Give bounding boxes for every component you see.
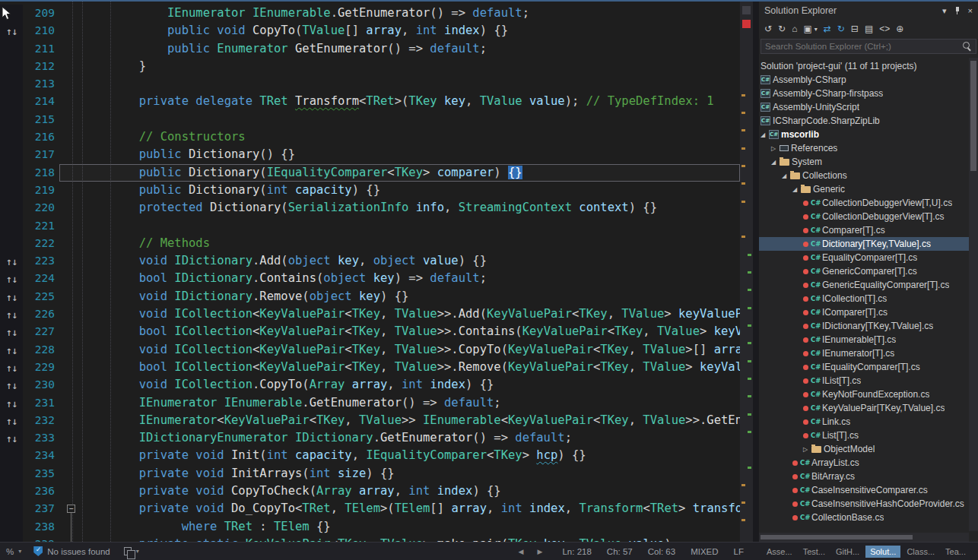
line-number[interactable]: 233 (23, 429, 61, 447)
code-line-211[interactable]: 211 public Enumerator GetEnumerator() =>… (0, 40, 740, 58)
breakpoint-margin[interactable] (0, 482, 23, 500)
line-number[interactable]: 231 (23, 394, 61, 412)
solution-explorer-titlebar[interactable]: Solution Explorer ▾× (759, 2, 978, 20)
vertical-scrollbar-thumb[interactable] (970, 61, 976, 171)
code-line-238[interactable]: 238 where TRet : TElem {} (0, 518, 740, 536)
tree-item-keyvaluepair-tkey-tvalue-cs[interactable]: C#KeyValuePair[TKey,TValue].cs (759, 401, 978, 415)
toolbar-show-all-files-button[interactable]: ▤ (865, 24, 873, 33)
toolbar-sync-with-active-document-button[interactable]: ⇄ (824, 24, 831, 33)
line-number[interactable]: 209 (23, 5, 61, 22)
code-line-236[interactable]: 236 private void CopyToCheck(Array array… (0, 482, 740, 500)
tree-item-references[interactable]: ▷References (759, 141, 978, 155)
line-number[interactable]: 223 (23, 252, 61, 270)
breakpoint-margin[interactable] (0, 111, 23, 128)
breakpoint-margin[interactable] (0, 75, 23, 93)
tree-item-assembly-csharp[interactable]: C#Assembly-CSharp (759, 73, 978, 87)
tree-item-icomparer-t-cs[interactable]: C#IComparer[T].cs (759, 305, 978, 319)
code-line-228[interactable]: ↑↓228 void ICollection<KeyValuePair<TKey… (0, 341, 740, 359)
breakpoint-margin[interactable]: ↑↓ (0, 323, 23, 340)
expander-icon[interactable]: ◢ (792, 186, 801, 193)
code-line-226[interactable]: ↑↓226 void ICollection<KeyValuePair<TKey… (0, 305, 740, 323)
code-line-231[interactable]: ↑↓231 IEnumerator IEnumerable.GetEnumera… (0, 394, 740, 412)
code-line-233[interactable]: ↑↓233 IDictionaryEnumerator IDictionary.… (0, 429, 740, 447)
line-number[interactable]: 232 (23, 412, 61, 429)
code-line-225[interactable]: ↑↓225 void IDictionary.Remove(object key… (0, 288, 740, 305)
tree-item-dictionary-tkey-tvalue-cs[interactable]: C#Dictionary[TKey,TValue].cs (759, 237, 978, 251)
code-line-223[interactable]: ↑↓223 void IDictionary.Add(object key, o… (0, 252, 740, 270)
breakpoint-margin[interactable] (0, 536, 23, 542)
tree-item-caseinsensitivecomparer-cs[interactable]: C#CaseInsensitiveComparer.cs (759, 483, 978, 497)
code-line-221[interactable]: 221 (0, 217, 740, 235)
collapse-region-icon[interactable]: − (67, 505, 75, 513)
line-number[interactable]: 216 (23, 128, 61, 146)
tree-item-idictionary-tkey-tvalue-cs[interactable]: C#IDictionary[TKey,TValue].cs (759, 319, 978, 333)
pin-icon[interactable] (954, 6, 961, 15)
line-number[interactable]: 228 (23, 341, 61, 359)
zoom-control[interactable]: % (6, 547, 14, 556)
document-compare-icon[interactable] (124, 547, 132, 555)
code-line-217[interactable]: 217 public Dictionary() {} (0, 146, 740, 163)
line-number[interactable]: 237 (23, 500, 61, 517)
code-line-234[interactable]: 234 private void Init(int capacity, IEqu… (0, 447, 740, 464)
code-line-224[interactable]: ↑↓224 bool IDictionary.Contains(object k… (0, 270, 740, 287)
issues-shield-icon[interactable] (33, 546, 43, 556)
scroll-left-icon[interactable]: ◀ (519, 548, 524, 555)
line-number[interactable]: 222 (23, 235, 61, 252)
line-number[interactable]: 229 (23, 359, 61, 376)
line-number[interactable]: 218 (23, 164, 61, 182)
toolbar-home-button[interactable]: ⌂ (792, 24, 797, 33)
tree-item-list-t-cs[interactable]: C#List[T].cs (759, 429, 978, 442)
tree-item-equalitycomparer-t-cs[interactable]: C#EqualityComparer[T].cs (759, 251, 978, 264)
code-line-219[interactable]: 219 public Dictionary(int capacity) {} (0, 182, 740, 199)
panel-divider[interactable] (753, 2, 759, 542)
breakpoint-margin[interactable] (0, 217, 23, 235)
expander-icon[interactable]: ▷ (771, 145, 780, 152)
breakpoint-margin[interactable] (0, 199, 23, 217)
breakpoint-margin[interactable]: ↑↓ (0, 22, 23, 40)
scroll-right-icon[interactable]: ▶ (538, 548, 543, 555)
breakpoint-margin[interactable] (0, 500, 23, 517)
breakpoint-margin[interactable] (0, 465, 23, 482)
tree-item-genericequalitycomparer-t-cs[interactable]: C#GenericEqualityComparer[T].cs (759, 278, 978, 292)
line-number[interactable]: 227 (23, 323, 61, 340)
editor-vertical-scrollbar[interactable] (740, 2, 753, 542)
tool-window-tab-test[interactable]: Test... (799, 546, 830, 558)
compare-dropdown-caret-icon[interactable]: ▾ (136, 548, 139, 555)
breakpoint-margin[interactable] (0, 518, 23, 536)
line-number[interactable]: 213 (23, 75, 61, 93)
issues-status[interactable]: No issues found (47, 547, 110, 556)
tree-item-bitarray-cs[interactable]: C#BitArray.cs (759, 470, 978, 483)
breakpoint-margin[interactable] (0, 146, 23, 163)
breakpoint-margin[interactable] (0, 164, 23, 182)
tree-item-mscorlib[interactable]: ◢C#mscorlib (759, 128, 978, 141)
code-line-227[interactable]: ↑↓227 bool ICollection<KeyValuePair<TKey… (0, 323, 740, 340)
tree-item-ilist-t-cs[interactable]: C#IList[T].cs (759, 374, 978, 388)
dropdown-caret-icon[interactable]: ▾ (814, 26, 818, 33)
line-indicator[interactable]: Ln: 218 (562, 547, 591, 556)
line-number[interactable]: 212 (23, 58, 61, 75)
tree-item-caseinsensitivehashcodeprovider-cs[interactable]: C#CaseInsensitiveHashCodeProvider.cs (759, 497, 978, 511)
tree-item-assembly-unityscript[interactable]: C#Assembly-UnityScript (759, 100, 978, 114)
tree-item-solution-project-gui-11-of-11-projects[interactable]: Solution 'project-gui' (11 of 11 project… (759, 59, 978, 73)
encoding-indicator[interactable]: MIXED (691, 547, 718, 556)
tree-item-link-cs[interactable]: C#Link.cs (759, 415, 978, 429)
tree-item-iequalitycomparer-t-cs[interactable]: C#IEqualityComparer[T].cs (759, 360, 978, 374)
tree-item-assembly-csharp-firstpass[interactable]: C#Assembly-CSharp-firstpass (759, 87, 978, 100)
search-box[interactable] (760, 39, 976, 54)
breakpoint-margin[interactable]: ↑↓ (0, 412, 23, 429)
tree-item-system[interactable]: ◢System (759, 155, 978, 169)
line-number[interactable]: 219 (23, 182, 61, 199)
code-line-210[interactable]: ↑↓210 public void CopyTo(TValue[] array,… (0, 22, 740, 40)
tree-item-icsharpcode-sharpziplib[interactable]: C#ICSharpCode.SharpZipLib (759, 114, 978, 128)
tree-item-comparer-t-cs[interactable]: C#Comparer[T].cs (759, 223, 978, 237)
close-icon[interactable]: × (968, 6, 973, 15)
expander-icon[interactable]: ◢ (760, 131, 769, 138)
code-line-235[interactable]: 235 private void InitArrays(int size) {} (0, 465, 740, 482)
code-line-229[interactable]: ↑↓229 bool ICollection<KeyValuePair<TKey… (0, 359, 740, 376)
code-line-209[interactable]: 209 IEnumerator IEnumerable.GetEnumerato… (0, 5, 740, 22)
code-line-239[interactable]: 239 private static KeyValuePair<TKey, TV… (0, 536, 740, 542)
tool-window-tab-class[interactable]: Class... (902, 546, 939, 558)
code-line-215[interactable]: 215 (0, 111, 740, 128)
column-indicator[interactable]: Col: 63 (648, 547, 675, 556)
toolbar-refresh-button[interactable]: ↻ (837, 24, 845, 33)
